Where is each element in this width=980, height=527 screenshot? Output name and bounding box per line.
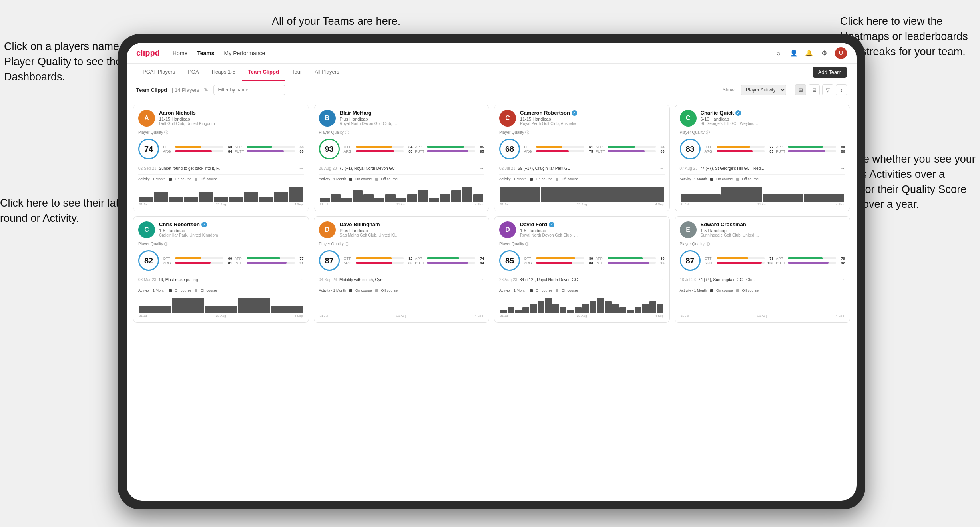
- mini-chart: [138, 294, 304, 313]
- round-arrow-icon[interactable]: →: [660, 277, 665, 282]
- tab-team-clippd[interactable]: Team Clippd: [242, 64, 285, 81]
- player-club: Royal North Devon Golf Club, United Kin.…: [340, 121, 400, 126]
- nav-teams[interactable]: Teams: [197, 48, 214, 58]
- player-card: C Chris Robertson ✓ 1-5 Handicap Craigin…: [133, 216, 309, 323]
- round-arrow-icon[interactable]: →: [840, 165, 845, 171]
- player-card: A Aaron Nicholls 11-15 Handicap Drift Go…: [133, 105, 309, 211]
- player-header: A Aaron Nicholls 11-15 Handicap Drift Go…: [138, 110, 304, 127]
- team-name: Team Clippd: [136, 87, 167, 93]
- nav-my-performance[interactable]: My Performance: [224, 48, 265, 58]
- activity-header: Activity · 1 Month On course Off course: [138, 288, 304, 292]
- quality-score[interactable]: 93: [319, 139, 340, 159]
- stat-ott: OTT 82: [344, 257, 413, 261]
- latest-round: 02 Sep 23 Sunset round to get back into …: [138, 163, 304, 171]
- player-name[interactable]: Dave Billingham: [340, 221, 484, 227]
- filter-button[interactable]: ▽: [822, 84, 833, 95]
- stats-grid: OTT 77 APP 80 ARG 83 PUTT 86: [705, 145, 845, 153]
- search-icon[interactable]: ⌕: [774, 49, 783, 58]
- chart-labels: 31 Jul 21 Aug 4 Sep: [138, 202, 304, 206]
- edit-icon[interactable]: ✎: [204, 87, 209, 93]
- list-view-button[interactable]: ⊟: [809, 84, 820, 95]
- round-arrow-icon[interactable]: →: [479, 165, 484, 171]
- quality-score[interactable]: 74: [138, 139, 159, 159]
- add-team-button[interactable]: Add Team: [813, 67, 847, 78]
- sort-button[interactable]: ↕: [836, 84, 847, 95]
- annotation-top-center: All of your Teams are here.: [272, 14, 400, 29]
- player-name[interactable]: Edward Crossman: [701, 221, 845, 227]
- activity-header: Activity · 1 Month On course Off course: [319, 177, 484, 181]
- round-arrow-icon[interactable]: →: [299, 165, 304, 171]
- player-card: C Charlie Quick ✓ 6-10 Handicap St. Geor…: [675, 105, 851, 211]
- chart-labels: 31 Jul 21 Aug 4 Sep: [138, 313, 304, 318]
- player-handicap: Plus Handicap: [340, 117, 484, 121]
- navbar-icons: ⌕ 👤 🔔 ⚙ U: [774, 47, 847, 59]
- activity-section: Activity · 1 Month On course Off course …: [680, 174, 845, 206]
- quality-score[interactable]: 85: [499, 250, 520, 271]
- activity-header: Activity · 1 Month On course Off course: [499, 288, 665, 292]
- player-avatar: B: [319, 110, 336, 127]
- player-handicap: 1-5 Handicap: [701, 228, 845, 233]
- quality-score[interactable]: 68: [499, 139, 520, 159]
- player-avatar: D: [499, 221, 516, 238]
- user-icon[interactable]: 👤: [789, 49, 798, 58]
- filter-input[interactable]: [213, 85, 285, 95]
- stats-grid: OTT 60 APP 77 ARG 81 PUTT 91: [163, 257, 304, 265]
- chart-labels: 31 Jul 21 Aug 4 Sep: [680, 313, 845, 318]
- tab-tour[interactable]: Tour: [285, 64, 308, 81]
- player-info: Aaron Nicholls 11-15 Handicap Drift Golf…: [159, 110, 304, 126]
- latest-round-text: Sunset round to get back into it, F...: [159, 166, 297, 171]
- quality-score[interactable]: 82: [138, 250, 159, 271]
- grid-view-button[interactable]: ⊞: [795, 84, 806, 95]
- quality-section: 93 OTT 84 APP 85 ARG 88 PUT: [319, 139, 484, 159]
- player-name[interactable]: Blair McHarg: [340, 110, 484, 116]
- stats-grid: OTT 61 APP 63 ARG 75 PUTT 85: [524, 145, 665, 153]
- activity-section: Activity · 1 Month On course Off course …: [319, 286, 484, 318]
- latest-round-text: 77 (+7), St George's Hill GC - Red...: [700, 166, 838, 171]
- activity-section: Activity · 1 Month On course Off course …: [138, 286, 304, 318]
- player-info: David Ford ✓ 1-5 Handicap Royal North De…: [520, 221, 665, 237]
- tab-hcaps[interactable]: Hcaps 1-5: [205, 64, 242, 81]
- tab-pgat-players[interactable]: PGAT Players: [136, 64, 181, 81]
- round-arrow-icon[interactable]: →: [479, 277, 484, 282]
- avatar[interactable]: U: [835, 47, 847, 59]
- stat-arg: ARG 84: [163, 149, 232, 153]
- bell-icon[interactable]: 🔔: [805, 49, 813, 58]
- chart-labels: 31 Jul 21 Aug 4 Sep: [319, 202, 484, 206]
- player-name[interactable]: Aaron Nicholls: [159, 110, 304, 116]
- nav-home[interactable]: Home: [173, 48, 187, 58]
- show-label: Show:: [723, 87, 736, 93]
- chart-labels: 31 Jul 21 Aug 4 Sep: [319, 313, 484, 318]
- tablet-screen: clippd Home Teams My Performance ⌕ 👤 🔔 ⚙…: [127, 43, 857, 501]
- latest-round-text: 19, Must make putting: [159, 278, 296, 282]
- stat-putt: PUTT 95: [415, 149, 484, 153]
- player-name[interactable]: Cameron Robertson ✓: [520, 110, 665, 116]
- show-select[interactable]: Player Activity: [741, 85, 786, 95]
- settings-icon[interactable]: ⚙: [820, 49, 829, 58]
- quality-label: Player Quality ⓘ: [499, 130, 665, 135]
- player-name[interactable]: David Ford ✓: [520, 221, 665, 227]
- tab-pga[interactable]: PGA: [181, 64, 205, 81]
- verified-badge: ✓: [201, 222, 207, 227]
- player-info: Dave Billingham Plus Handicap Sag Maing …: [340, 221, 484, 237]
- player-name[interactable]: Chris Robertson ✓: [159, 221, 304, 227]
- stat-putt: PUTT 85: [596, 149, 665, 153]
- quality-label: Player Quality ⓘ: [138, 241, 304, 247]
- quality-label: Player Quality ⓘ: [138, 130, 304, 135]
- quality-score[interactable]: 83: [680, 139, 701, 159]
- quality-score[interactable]: 87: [680, 250, 701, 271]
- tab-all-players[interactable]: All Players: [308, 64, 345, 81]
- navbar: clippd Home Teams My Performance ⌕ 👤 🔔 ⚙…: [127, 43, 857, 64]
- activity-header: Activity · 1 Month On course Off course: [680, 288, 845, 292]
- round-arrow-icon[interactable]: →: [299, 277, 304, 282]
- stat-ott: OTT 84: [344, 145, 413, 149]
- stat-ott: OTT 73: [705, 257, 774, 261]
- stat-ott: OTT 60: [163, 257, 232, 261]
- round-arrow-icon[interactable]: →: [840, 277, 845, 282]
- quality-score[interactable]: 87: [319, 250, 340, 271]
- stat-app: APP 58: [235, 145, 304, 149]
- player-name[interactable]: Charlie Quick ✓: [701, 110, 845, 116]
- player-avatar: E: [680, 221, 697, 238]
- stat-ott: OTT 61: [524, 145, 593, 149]
- round-arrow-icon[interactable]: →: [660, 165, 665, 171]
- chart-labels: 31 Jul 21 Aug 4 Sep: [499, 313, 665, 318]
